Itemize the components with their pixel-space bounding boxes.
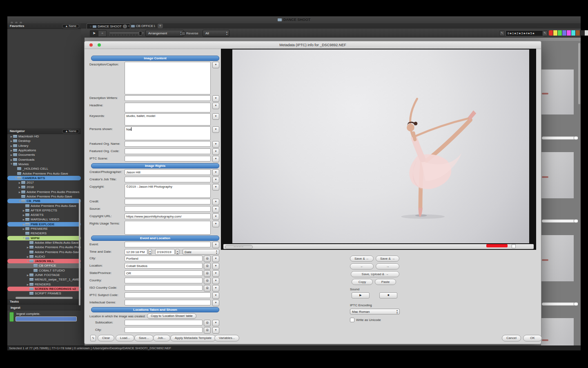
contact-sheet-scrollbar[interactable] xyxy=(578,43,580,104)
color-class-swatch[interactable] xyxy=(580,30,585,36)
navigator-sort-button[interactable]: ▲ Name xyxy=(62,129,79,133)
color-class-swatch[interactable] xyxy=(567,30,571,36)
disclosure-right-icon[interactable]: ▶ xyxy=(10,135,13,138)
disclosure-right-icon[interactable]: ▶ xyxy=(26,255,29,258)
copy-button[interactable]: Copy xyxy=(352,279,373,285)
time-stepper[interactable]: ▲▼ xyxy=(148,249,152,255)
tree-item[interactable]: ▶Desktop xyxy=(7,139,81,143)
arrangement-dropdown[interactable]: Arrangement▲▼ xyxy=(145,30,184,37)
favorites-list[interactable] xyxy=(7,29,81,128)
variables-button[interactable]: Variables... xyxy=(214,335,239,341)
tree-item[interactable]: Adobe After Effects Auto-Save xyxy=(7,240,81,245)
tree-item[interactable]: ▼CAMERA BITS xyxy=(7,176,81,180)
tree-item[interactable]: ▶RENDERS xyxy=(7,282,81,287)
featured-org-code-input[interactable] xyxy=(125,148,211,154)
description-caption-input[interactable] xyxy=(125,62,211,94)
color-class-swatch[interactable] xyxy=(562,30,567,36)
city-dropdown[interactable]: ▼ xyxy=(212,256,219,262)
tree-item[interactable]: Adobe Premiere Pro Auto-Save xyxy=(7,249,81,254)
prev-button[interactable]: ← xyxy=(350,263,374,269)
edit-rating-icon[interactable]: ✎ xyxy=(499,31,505,36)
creators-job-title-dropdown[interactable]: ▼ xyxy=(212,177,219,183)
preview-zoom-handle[interactable]: •••••• xyxy=(225,245,253,249)
crop-tool-button[interactable]: ⌖ xyxy=(98,30,107,37)
color-class-swatch[interactable] xyxy=(576,30,580,36)
tree-item[interactable]: ▶Documents xyxy=(7,153,81,157)
tree-item[interactable]: ▼WIPM xyxy=(7,236,81,240)
reverse-checkbox[interactable] xyxy=(181,31,185,36)
tree-item[interactable]: ▶PMB EXPLODE xyxy=(7,222,81,227)
thumbnail-slider-checkbox[interactable] xyxy=(574,303,578,305)
save-button[interactable]: Save... xyxy=(134,335,154,341)
thumbnail-slider-checkbox[interactable] xyxy=(574,137,578,139)
disclosure-right-icon[interactable]: ▶ xyxy=(22,223,25,226)
description-writers-dropdown[interactable]: ▼ xyxy=(212,95,219,102)
tree-item[interactable]: ▶MARSHALL VIDEO xyxy=(7,217,81,222)
intellectual-genre-input[interactable] xyxy=(125,300,211,305)
tree-item[interactable]: COBALT STUDIO xyxy=(7,268,81,273)
shown-city-input[interactable] xyxy=(125,327,203,333)
tree-item[interactable]: ▼Movies xyxy=(7,162,81,166)
tree-item[interactable]: ▶AUDIO xyxy=(7,254,81,259)
tree-item[interactable]: Adobe Premiere Pro Auto-Save xyxy=(7,194,81,199)
featured-org-name-input[interactable] xyxy=(125,141,211,147)
disclosure-right-icon[interactable]: ▶ xyxy=(10,153,13,156)
save-upload-next-button[interactable]: Save, Upload & → xyxy=(351,271,399,277)
iptc-subject-code-dropdown[interactable]: ▼ xyxy=(212,292,219,299)
tree-item[interactable]: SCRIPT FRAMES xyxy=(7,291,81,296)
lightning-button[interactable]: ϟ xyxy=(90,335,96,341)
preview-corner-checkbox[interactable] xyxy=(512,244,516,248)
tree-item[interactable]: SCREEN RECORDINGS v2 xyxy=(7,287,81,291)
sublocation-globe-icon[interactable]: ⊕ xyxy=(204,320,211,326)
disclosure-down-icon[interactable]: ▼ xyxy=(18,200,21,202)
location-dropdown[interactable]: ▼ xyxy=(212,263,219,269)
disclosure-down-icon[interactable]: ▼ xyxy=(14,177,17,179)
clear-button[interactable]: Clear xyxy=(98,335,114,341)
thumbnail-slider-checkbox[interactable] xyxy=(574,220,578,222)
tree-item[interactable]: ▶Adobe Premiere Pro Audio Previews xyxy=(7,190,81,194)
persons-shown-input[interactable]: Nat xyxy=(125,126,211,140)
disclosure-right-icon[interactable]: ▶ xyxy=(10,158,13,161)
tree-item[interactable]: ▶2018 xyxy=(7,185,81,189)
tree-item[interactable]: MENUS_swipe_TEST_1_AME xyxy=(7,277,81,282)
date-input[interactable] xyxy=(155,249,175,255)
star-rating-display[interactable]: 0★1★2★3★4★5★ xyxy=(506,30,544,36)
next-button[interactable]: → xyxy=(376,263,399,269)
save-and-next-button[interactable]: Save & → xyxy=(376,256,399,262)
source-input[interactable] xyxy=(125,206,211,212)
disclosure-right-icon[interactable]: ▶ xyxy=(18,191,21,193)
tree-item[interactable]: ▶PREMIERE xyxy=(7,227,81,231)
tree-item[interactable]: Adobe Premiere Pro Auto-Save xyxy=(7,203,81,208)
select-tool-button[interactable]: ➤ xyxy=(90,30,98,37)
headline-dropdown[interactable]: ▼ xyxy=(212,103,219,109)
color-class-swatch[interactable] xyxy=(549,30,553,36)
tab-options-icon[interactable]: ○ xyxy=(90,25,91,28)
description-writers-input[interactable] xyxy=(125,95,211,101)
country-dropdown[interactable]: ▼ xyxy=(212,278,219,284)
thumbnail-cell[interactable] xyxy=(541,152,574,198)
intellectual-genre-dropdown[interactable]: ▼ xyxy=(212,300,219,306)
state-province-dropdown[interactable]: ▼ xyxy=(212,270,219,277)
tree-item[interactable]: ▼CB_PMB xyxy=(7,199,81,203)
rights-usage-terms-input[interactable] xyxy=(125,221,211,235)
iso-country-code-dropdown[interactable]: ▼ xyxy=(212,285,219,292)
disclosure-right-icon[interactable]: ▶ xyxy=(22,213,25,216)
tree-item[interactable]: Adobe Premiere Pro Auto-Save xyxy=(7,171,81,175)
keywords-dropdown[interactable]: ▼ xyxy=(212,113,219,120)
sidebar-scrollbar[interactable] xyxy=(79,199,80,305)
sublocation-dropdown[interactable]: ▼ xyxy=(212,320,219,326)
creator-input[interactable] xyxy=(125,169,211,175)
thumbnail-slider[interactable] xyxy=(542,137,578,139)
disclosure-right-icon[interactable]: ▶ xyxy=(10,144,13,147)
disclosure-right-icon[interactable]: ▶ xyxy=(10,139,13,142)
disclosure-right-icon[interactable]: ▶ xyxy=(26,246,29,249)
tree-item[interactable]: ▶AFTER EFFECTS xyxy=(7,208,81,213)
rights-usage-terms-dropdown[interactable]: ▼ xyxy=(212,221,219,227)
disclosure-down-icon[interactable]: ▼ xyxy=(26,260,29,263)
tree-item[interactable]: ▼JASON HILL xyxy=(7,259,81,263)
creator-dropdown[interactable]: ▼ xyxy=(212,169,219,176)
ok-button[interactable]: OK xyxy=(523,335,542,341)
save-and-prev-button[interactable]: Save & ← xyxy=(350,256,374,262)
state-province-globe-icon[interactable]: ⊕ xyxy=(204,270,211,277)
tree-item[interactable]: RENDERS xyxy=(7,231,81,236)
